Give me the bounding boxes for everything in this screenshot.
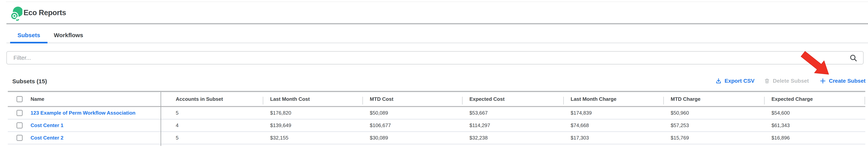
last-month-charge-value: $17,303 [563,135,663,141]
column-header-last-month-cost: Last Month Cost [263,96,362,102]
tabs-divider [6,42,868,43]
column-header-mtd-charge: MTD Charge [663,96,764,102]
table-row: Cost Center 2 5 $32,155 $30,089 $32,238 … [8,132,865,144]
column-header-last-month-charge: Last Month Charge [563,96,663,102]
expected-cost-value: $114,297 [462,122,563,128]
accounts-in-subset-value: 5 [168,110,263,116]
last-month-cost-value: $176,820 [263,110,362,116]
subset-name-link[interactable]: Cost Center 1 [31,122,63,128]
expected-cost-value: $53,667 [462,110,563,116]
download-icon [715,78,722,84]
subset-name-link[interactable]: Cost Center 2 [31,135,63,141]
tab-workflows-label: Workflows [54,32,83,38]
column-header-name: Name [31,96,44,102]
header-column-divider [362,97,363,104]
table-row: Cost Center 1 4 $139,649 $106,677 $114,2… [8,119,865,132]
mtd-cost-value: $50,089 [362,110,462,116]
trash-icon [764,78,770,84]
top-hairline [6,2,868,2]
table-header-row: Name Accounts in Subset Last Month Cost … [8,92,865,106]
row-name-cell: Cost Center 1 [8,122,168,128]
expected-charge-value: $61,343 [764,122,865,128]
search-icon [849,54,858,62]
select-all-checkbox[interactable] [17,96,23,102]
eco-reports-logo-icon [11,6,22,21]
last-month-cost-value: $139,649 [263,122,362,128]
column-header-accounts: Accounts in Subset [168,96,263,102]
filter-field [6,51,864,64]
create-subset-button[interactable]: Create Subset [820,77,865,85]
page-title: Eco Reports [24,8,66,17]
plus-icon [820,78,826,84]
expected-cost-value: $32,238 [462,135,563,141]
subsets-count-heading: Subsets (15) [12,78,47,85]
active-tab-indicator [10,42,48,43]
header-column-divider [462,97,463,104]
column-header-mtd-cost: MTD Cost [362,96,462,102]
tab-subsets-label: Subsets [18,32,40,38]
delete-subset-button[interactable]: Delete Subset [764,77,809,85]
last-month-charge-value: $174,839 [563,110,663,116]
last-month-cost-value: $32,155 [263,135,362,141]
row-name-cell: 123 Example of Perm Workflow Association [8,110,168,116]
filter-input[interactable] [7,52,863,64]
expected-charge-value: $16,896 [764,135,865,141]
last-month-charge-value: $74,668 [563,122,663,128]
subsets-table: Name Accounts in Subset Last Month Cost … [8,91,865,144]
horizontal-divider-bar [6,23,868,24]
row-name-cell: Cost Center 2 [8,135,168,141]
row-checkbox[interactable] [17,135,23,141]
mtd-charge-value: $50,960 [663,110,764,116]
eco-reports-page: Eco Reports Subsets Workflows Subsets (1… [0,0,868,151]
column-header-expected-charge: Expected Charge [764,96,865,102]
column-header-expected-cost: Expected Cost [462,96,563,102]
accounts-in-subset-value: 5 [168,135,263,141]
delete-subset-label: Delete Subset [773,78,809,84]
accounts-in-subset-value: 4 [168,122,263,128]
row-checkbox[interactable] [17,110,23,116]
mtd-charge-value: $57,253 [663,122,764,128]
table-row: 123 Example of Perm Workflow Association… [8,107,865,119]
tab-workflows[interactable]: Workflows [52,31,85,40]
header-column-divider [263,97,263,104]
tab-subsets[interactable]: Subsets [10,31,48,40]
header-cell-name: Name [8,96,168,102]
create-subset-label: Create Subset [829,78,865,84]
header-column-divider [764,97,765,104]
name-column-divider [161,92,161,146]
header-column-divider [865,97,865,104]
mtd-cost-value: $30,089 [362,135,462,141]
header-column-divider [663,97,664,104]
export-csv-label: Export CSV [724,78,754,84]
header-column-divider [563,97,564,104]
mtd-cost-value: $106,677 [362,122,462,128]
export-csv-button[interactable]: Export CSV [715,77,754,85]
row-checkbox[interactable] [17,122,23,128]
mtd-charge-value: $15,769 [663,135,764,141]
expected-charge-value: $54,600 [764,110,865,116]
subset-name-link[interactable]: 123 Example of Perm Workflow Association [31,110,135,116]
